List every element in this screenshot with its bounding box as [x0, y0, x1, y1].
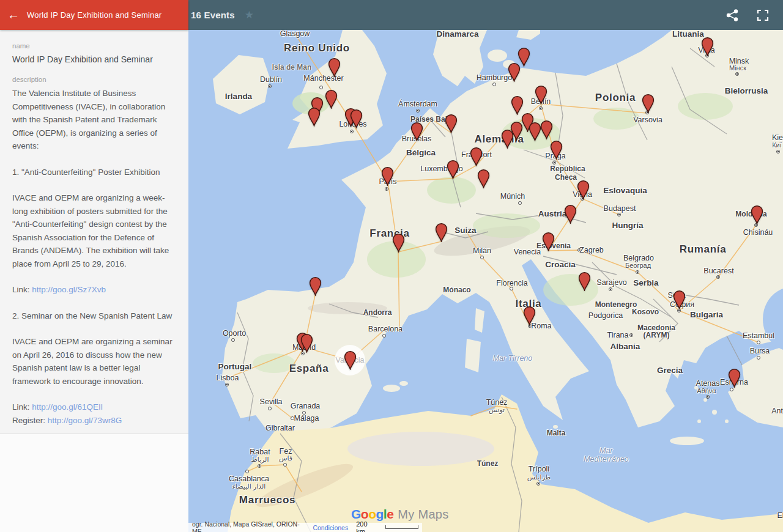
- map-marker[interactable]: [308, 276, 322, 296]
- capital-dot: [385, 187, 388, 191]
- map-marker[interactable]: [507, 62, 521, 82]
- terms-link[interactable]: Condiciones: [313, 524, 348, 531]
- map-marker[interactable]: [327, 57, 341, 77]
- town-dot: [757, 341, 760, 344]
- scale-label: 200 km: [356, 520, 377, 532]
- town-dot: [492, 83, 496, 86]
- attribution-text: ogr. Nacional, Mapa GISrael, ORION-ME: [192, 520, 305, 532]
- capital-dot: [268, 84, 272, 88]
- description-paragraph: 1. "Anti-Counterfeiting" Poster Exhibiti…: [12, 166, 173, 179]
- link-prefix: Link:: [12, 402, 32, 412]
- name-field-label: name: [12, 42, 173, 50]
- capital-dot: [225, 383, 229, 386]
- capital-dot: [539, 106, 543, 110]
- town-dot: [730, 388, 733, 391]
- map-marker[interactable]: [410, 121, 424, 141]
- map-marker[interactable]: [534, 84, 548, 105]
- map-marker[interactable]: [577, 271, 592, 291]
- capital-dot: [636, 270, 639, 274]
- map-marker[interactable]: [500, 128, 514, 149]
- scale-bar: [385, 525, 418, 529]
- panel-link[interactable]: http://goo.gl/61QEIl: [32, 402, 103, 412]
- town-dot: [757, 356, 760, 360]
- town-dot: [283, 463, 287, 467]
- detail-header-title: World IP Day Exhibition and Seminar: [27, 10, 161, 20]
- map-marker[interactable]: [672, 289, 686, 309]
- map-marker[interactable]: [541, 231, 555, 251]
- map-marker[interactable]: [324, 89, 338, 109]
- detail-content: name World IP Day Exhibition and Seminar…: [0, 30, 188, 434]
- capital-dot: [735, 72, 739, 76]
- map-marker[interactable]: [540, 119, 554, 139]
- map-marker[interactable]: [563, 204, 577, 224]
- map-marker[interactable]: [477, 168, 491, 188]
- map-marker[interactable]: [700, 36, 714, 56]
- town-dot: [245, 470, 249, 473]
- app-window: 16 Events ★ ← World IP Day Exhibition an…: [0, 0, 783, 532]
- capital-dot: [618, 314, 622, 317]
- map-marker[interactable]: [641, 93, 655, 113]
- back-arrow-icon[interactable]: ←: [0, 8, 27, 22]
- map-marker[interactable]: [300, 333, 314, 353]
- link-prefix: Link:: [12, 285, 32, 294]
- map-marker[interactable]: [446, 159, 460, 179]
- description-paragraph: IVACE and OEPM are organizing a week-lon…: [12, 191, 173, 270]
- description-field-label: description: [12, 76, 173, 83]
- map-marker[interactable]: [549, 139, 563, 160]
- description-paragraph: Link: http://goo.gl/61QEIl: [12, 401, 173, 414]
- capital-dot: [706, 395, 710, 399]
- description-paragraph: Link: http://goo.gl/Sz7Xvb: [12, 283, 173, 297]
- capital-dot: [350, 130, 354, 133]
- fullscreen-icon[interactable]: [755, 8, 770, 23]
- capital-dot: [577, 248, 581, 252]
- capital-dot: [536, 482, 540, 486]
- panel-link[interactable]: http://goo.gl/73wr8G: [48, 416, 122, 425]
- town-dot: [382, 334, 386, 338]
- capital-dot: [416, 109, 420, 113]
- description-paragraph: 2. Seminar on the New Spanish Patent Law: [12, 309, 173, 323]
- town-dot: [480, 256, 484, 259]
- capital-dot: [609, 287, 612, 291]
- panel-link[interactable]: http://goo.gl/Sz7Xvb: [32, 285, 106, 294]
- description-paragraph: The Valencia Institute of Business Compe…: [12, 87, 173, 153]
- map-marker[interactable]: [750, 204, 764, 224]
- town-dot: [291, 416, 294, 420]
- capital-dot: [258, 464, 261, 468]
- town-dot: [518, 201, 522, 205]
- map-marker[interactable]: [349, 108, 363, 128]
- map-title: 16 Events: [191, 10, 235, 20]
- map-marker[interactable]: [522, 305, 536, 325]
- detail-sidebar: name World IP Day Exhibition and Seminar…: [0, 30, 188, 532]
- capital-dot: [617, 213, 621, 216]
- capital-dot: [552, 161, 556, 164]
- capital-dot: [776, 150, 780, 153]
- town-dot: [231, 338, 235, 342]
- map-marker[interactable]: [727, 368, 741, 388]
- map-marker[interactable]: [434, 222, 448, 242]
- map-marker[interactable]: [392, 232, 406, 253]
- detail-header: ← World IP Day Exhibition and Seminar: [0, 0, 188, 30]
- map-marker-selected[interactable]: [343, 350, 357, 370]
- capital-dot: [716, 275, 720, 279]
- map-marker[interactable]: [307, 106, 321, 127]
- map-marker[interactable]: [469, 146, 483, 166]
- description-paragraphs: The Valencia Institute of Business Compe…: [12, 87, 173, 427]
- description-paragraph: IVACE and OEPM are organizing a seminar …: [12, 335, 173, 388]
- map-viewport[interactable]: GlasgowReino UnidoIsla de ManDublínIrlan…: [188, 30, 783, 532]
- town-dot: [319, 86, 323, 89]
- capital-dot: [629, 333, 633, 337]
- share-icon[interactable]: [725, 8, 740, 23]
- town-dot: [510, 287, 513, 290]
- map-marker[interactable]: [444, 113, 458, 133]
- description-paragraph: Register: http://goo.gl/73wr8G: [12, 414, 173, 427]
- link-prefix: Register:: [12, 416, 48, 425]
- map-marker[interactable]: [380, 166, 395, 186]
- map-markers: [188, 30, 783, 532]
- town-dot: [268, 407, 272, 410]
- name-field-value: World IP Day Exhibition and Seminar: [12, 53, 173, 66]
- town-dot: [302, 411, 306, 415]
- attribution-bar: ogr. Nacional, Mapa GISrael, ORION-ME Co…: [188, 523, 422, 532]
- star-icon[interactable]: ★: [245, 10, 254, 20]
- map-marker[interactable]: [576, 179, 590, 199]
